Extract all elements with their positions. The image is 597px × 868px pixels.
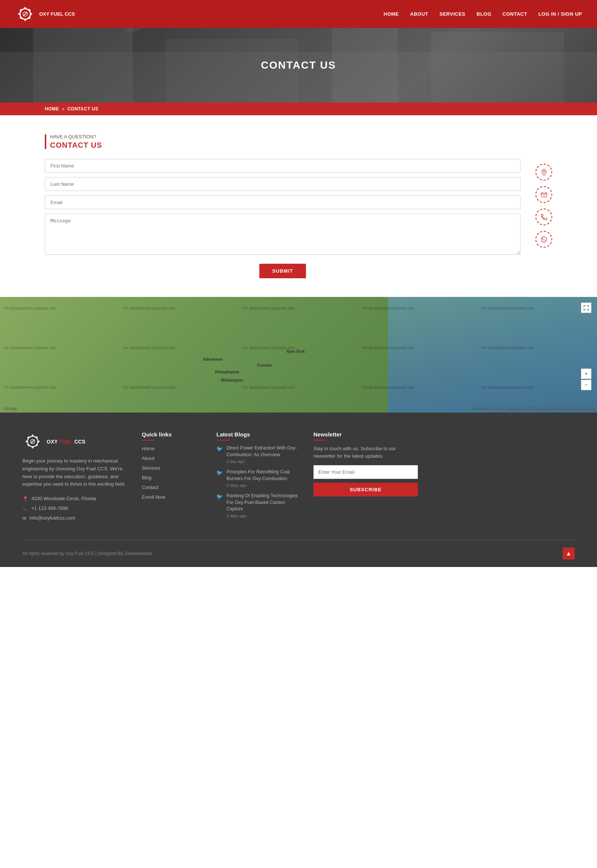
footer-link-home[interactable]: Home xyxy=(142,446,155,451)
hero-content: CONTACT US xyxy=(261,59,336,71)
email-footer-icon: ✉ xyxy=(22,515,27,521)
footer-link-about[interactable]: About xyxy=(142,456,154,461)
svg-rect-26 xyxy=(32,447,34,448)
footer-quicklinks-col: Quick links Home About Services Blog Con… xyxy=(142,431,202,525)
blog-info-2: Principles For Retrofitting Coal Burners… xyxy=(226,469,298,488)
blog-icon-3: 🐦 xyxy=(217,494,223,500)
first-name-group xyxy=(45,159,521,173)
svg-rect-2 xyxy=(25,7,26,9)
red-bar xyxy=(45,134,46,149)
nav-contact[interactable]: CONTACT xyxy=(503,11,527,17)
map-credits: Keyboard shortcuts | Map data ©2024 Goog… xyxy=(472,407,595,411)
last-name-group xyxy=(45,177,521,191)
contact-form-section: HAVE A QUESTION? CONTACT US SUBMIT xyxy=(45,134,521,278)
message-group xyxy=(45,214,521,256)
blog-icon-2: 🐦 xyxy=(217,470,223,476)
address-icon: 📍 xyxy=(22,496,28,502)
blog-title-2: Principles For Retrofitting Coal Burners… xyxy=(226,469,298,482)
email-group xyxy=(45,196,521,209)
footer-grid: OXY FUEL CCS Begin your journey to maste… xyxy=(22,431,575,525)
footer-email-item: ✉ info@oxyfuelccs.com xyxy=(22,515,127,521)
whatsapp-icon-button[interactable] xyxy=(535,231,552,248)
email-input[interactable] xyxy=(45,196,521,209)
footer-link-services[interactable]: Services xyxy=(142,465,160,471)
quicklinks-list: Home About Services Blog Contact Enroll … xyxy=(142,445,202,500)
map-label-philadelphia: Philadelphia xyxy=(215,369,239,374)
newsletter-description: Stay in touch with us. Subscribe to our … xyxy=(313,445,418,460)
blog-title-3: Ranking Of Enabling Technologies For Oxy… xyxy=(226,493,298,512)
map-controls: + − xyxy=(581,368,591,390)
footer-email: info@oxyfuelccs.com xyxy=(30,515,75,521)
map-label-wilmington: Wilmington xyxy=(221,378,243,382)
blog-icon-1: 🐦 xyxy=(217,446,223,452)
map-zoom-in-button[interactable]: + xyxy=(581,368,591,379)
footer-blogs-col: Latest Blogs 🐦 Direct Power Extraction W… xyxy=(217,431,298,525)
map-fullscreen-button[interactable] xyxy=(581,303,591,313)
nav-blog[interactable]: BLOG xyxy=(477,11,492,17)
phone-icon-button[interactable] xyxy=(535,209,552,225)
svg-rect-14 xyxy=(33,28,133,102)
footer-logo-icon xyxy=(22,431,43,452)
nav-links: HOME ABOUT SERVICES BLOG CONTACT Log In … xyxy=(383,11,582,17)
footer-link-enroll[interactable]: Enroll Now xyxy=(142,494,165,500)
nav-services[interactable]: SERVICES xyxy=(440,11,466,17)
main-content: HAVE A QUESTION? CONTACT US SUBMIT xyxy=(0,115,597,297)
blogs-title: Latest Blogs xyxy=(217,431,298,441)
newsletter-email-input[interactable] xyxy=(313,465,418,479)
blog-item-1: 🐦 Direct Power Extraction With Oxy-Combu… xyxy=(217,445,298,464)
hero-banner: CONTACT US xyxy=(0,28,597,102)
map-google-label: Google xyxy=(4,406,17,411)
section-label: HAVE A QUESTION? CONTACT US xyxy=(45,134,521,150)
last-name-input[interactable] xyxy=(45,177,521,191)
section-labels-text: HAVE A QUESTION? CONTACT US xyxy=(50,134,102,150)
svg-rect-28 xyxy=(38,441,40,442)
section-subtitle: HAVE A QUESTION? xyxy=(50,134,102,139)
submit-button[interactable]: SUBMIT xyxy=(259,264,306,278)
nav-about[interactable]: ABOUT xyxy=(410,11,428,17)
svg-rect-4 xyxy=(18,13,21,15)
quicklinks-title: Quick links xyxy=(142,431,202,441)
blog-item-2: 🐦 Principles For Retrofitting Coal Burne… xyxy=(217,469,298,488)
email-icon-button[interactable] xyxy=(535,186,552,203)
footer-bottom: All rights reserved by Oxy Fuel CCS | De… xyxy=(22,540,575,559)
phone-icon xyxy=(540,214,548,221)
svg-rect-17 xyxy=(431,32,564,102)
hero-title: CONTACT US xyxy=(261,59,336,71)
footer-phone-item: 📞 +1 123 456-7890 xyxy=(22,506,127,511)
map-label-allentown: Allentown xyxy=(203,357,223,362)
map-zoom-out-button[interactable]: − xyxy=(581,380,591,390)
breadcrumb-current: CONTACT US xyxy=(68,106,98,111)
whatsapp-icon xyxy=(540,236,548,243)
svg-rect-27 xyxy=(26,441,28,442)
footer-link-contact[interactable]: Contact xyxy=(142,485,159,490)
first-name-input[interactable] xyxy=(45,159,521,173)
nav-login[interactable]: Log In / Sign Up xyxy=(538,11,582,17)
logo-link[interactable]: OXY FUEL CCS xyxy=(15,4,75,24)
footer-address-item: 📍 4330 Woodside Circle, Florida xyxy=(22,496,127,502)
svg-rect-5 xyxy=(30,13,32,15)
blog-info-3: Ranking Of Enabling Technologies For Oxy… xyxy=(226,493,298,518)
location-icon-button[interactable] xyxy=(535,164,552,181)
svg-rect-3 xyxy=(25,19,26,21)
back-to-top-button[interactable]: ▲ xyxy=(563,548,575,559)
message-input[interactable] xyxy=(45,214,521,255)
navbar: OXY FUEL CCS HOME ABOUT SERVICES BLOG CO… xyxy=(0,0,597,28)
subscribe-button[interactable]: SUBSCRIBE xyxy=(313,483,418,497)
contact-icons xyxy=(535,134,552,278)
map-label-new-york: New York xyxy=(287,349,305,354)
footer-phone: +1 123 456-7890 xyxy=(31,506,68,511)
blog-info-1: Direct Power Extraction With Oxy-Combust… xyxy=(226,445,298,464)
newsletter-title: Newsletter xyxy=(313,431,418,441)
blog-date-1: 1 day ago xyxy=(226,459,298,464)
breadcrumb-home[interactable]: HOME xyxy=(45,106,59,111)
footer-copyright: All rights reserved by Oxy Fuel CCS | De… xyxy=(22,551,152,556)
breadcrumb: HOME » CONTACT US xyxy=(0,102,597,115)
svg-point-20 xyxy=(543,171,544,172)
nav-home[interactable]: HOME xyxy=(383,11,399,17)
phone-footer-icon: 📞 xyxy=(22,506,28,511)
svg-point-22 xyxy=(541,236,547,242)
footer-description: Begin your journey to mastery in mechani… xyxy=(22,457,127,488)
footer-newsletter-col: Newsletter Stay in touch with us. Subscr… xyxy=(313,431,418,525)
blog-date-2: 2 days ago xyxy=(226,483,298,488)
footer-link-blog[interactable]: Blog xyxy=(142,475,151,481)
